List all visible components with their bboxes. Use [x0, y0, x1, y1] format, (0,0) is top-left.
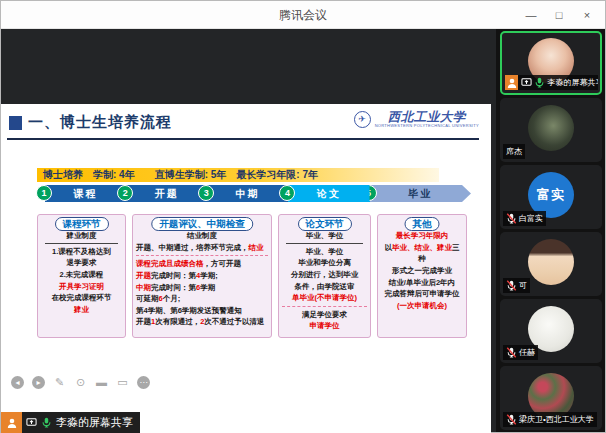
stage-box-line: 退学要求	[41, 257, 122, 269]
stage-box-line: 毕业、学位	[286, 230, 363, 244]
stage-box-line: 以毕业、结业、肄业三种	[381, 242, 463, 265]
stage-box-line: 开题、中期通过，培养环节完成，结业	[136, 242, 268, 257]
mic-off-icon	[506, 347, 517, 358]
participants-sidebar[interactable]: 李淼的屏幕共享席杰富实白富实可任赫梁庆卫•西北工业大学	[496, 29, 605, 432]
avatar	[528, 239, 574, 285]
maximize-button[interactable]: □	[545, 1, 573, 29]
university-logo: ✈ 西北工业大学 NORTHWESTERN POLYTECHNICAL UNIV…	[354, 110, 479, 128]
participant-badge-row: 席杰	[503, 144, 525, 159]
step-label: 毕业	[408, 187, 432, 201]
stage-box-title: 论文环节	[298, 217, 352, 231]
participant-badge-row: 梁庆卫•西北工业大学	[503, 412, 597, 427]
participant-name: 任赫	[519, 347, 535, 358]
stage-box: 开题评议、中期检查结业制度开题、中期通过，培养环节完成，结业课程完成且成绩合格，…	[132, 214, 272, 338]
presenter-toolbar: ◂▸✎⊙▬▭⋯	[11, 376, 150, 389]
screen-share-icon	[521, 77, 532, 88]
shared-screen-area: 一、博士生培养流程 ✈ 西北工业大学 NORTHWESTERN POLYTECH…	[1, 29, 498, 432]
participant-tile[interactable]: 任赫	[500, 299, 602, 363]
participant-name-badge: 李淼的屏幕共享	[518, 75, 598, 90]
stage-box: 其他最长学习年限内以毕业、结业、肄业三种形式之一完成学业结业/单毕业后2年内完成…	[377, 214, 467, 338]
stage-box-line: 2.未完成课程	[41, 269, 122, 281]
university-emblem-icon: ✈	[354, 111, 371, 128]
step-label: 论文	[317, 187, 341, 201]
participant-name-badge: 任赫	[503, 345, 538, 360]
stage-box-line: 在校完成课程环节	[41, 292, 122, 304]
stage-box-line: (一次申请机会)	[381, 300, 463, 312]
stage-box-line: 分别进行，达到毕业	[282, 269, 367, 281]
next-icon[interactable]: ▸	[32, 376, 45, 389]
stage-box-body: 毕业、学位毕业、学位毕业和学位分离分别进行，达到毕业条件，由学院送审单毕业(不申…	[282, 230, 367, 332]
participant-name: 白富实	[519, 213, 543, 224]
laser-icon[interactable]: ⊙	[74, 376, 87, 389]
heading-divider	[7, 138, 479, 140]
stage-box-line: 结业/单毕业后2年内	[381, 277, 463, 289]
meeting-window: 腾讯会议 — □ × 一、博士生培养流程 ✈ 西北工业大学 NORTHWESTE…	[0, 0, 606, 433]
participant-name-badge: 白富实	[503, 211, 546, 226]
stage-box: 论文环节毕业、学位毕业、学位毕业和学位分离分别进行，达到毕业条件，由学院送审单毕…	[278, 214, 371, 338]
close-button[interactable]: ×	[573, 1, 601, 29]
share-label-text: 李淼的屏幕共享	[56, 415, 133, 430]
participant-tile[interactable]: 可	[500, 232, 602, 296]
stage-box-line: 单毕业(不申请学位)	[282, 292, 367, 307]
step-number-icon: 1	[36, 185, 52, 201]
participant-name-badge: 梁庆卫•西北工业大学	[503, 412, 597, 427]
process-step: 5毕业	[370, 185, 471, 202]
step-label: 中期	[236, 187, 260, 201]
stage-box-line: 中期完成时间：第6学期	[136, 282, 268, 294]
share-status-bar: 李淼的屏幕共享	[22, 412, 140, 433]
stage-box-line: 结业制度	[136, 230, 268, 242]
stage-box-line: 开具学习证明	[41, 281, 122, 293]
comment-icon[interactable]: ▭	[116, 376, 129, 389]
avatar	[528, 105, 574, 151]
process-step: 1课程	[45, 185, 126, 202]
mic-off-icon	[506, 414, 517, 425]
step-number-icon: 2	[117, 185, 133, 201]
university-name-en: NORTHWESTERN POLYTECHNICAL UNIVERSITY	[375, 123, 479, 128]
stage-box-line: 肄业制度	[45, 230, 118, 244]
stage-boxes: 课程环节肄业制度1.课程不及格达到退学要求2.未完成课程开具学习证明在校完成课程…	[37, 214, 467, 338]
step-label: 课程	[74, 187, 98, 201]
stage-box-body: 结业制度开题、中期通过，培养环节完成，结业课程完成且成绩合格，方可开题开题完成时…	[136, 230, 268, 328]
presenter-icon	[1, 412, 22, 433]
participant-name: 梁庆卫•西北工业大学	[519, 414, 594, 425]
step-number-icon: 3	[198, 185, 214, 201]
participant-name: 李淼的屏幕共享	[547, 77, 598, 88]
stage-box-line: 可延期6个月;	[136, 293, 268, 305]
mic-on-icon	[534, 77, 545, 88]
slide-heading: 一、博士生培养流程	[9, 113, 172, 132]
participant-tile[interactable]: 席杰	[500, 98, 602, 162]
prev-icon[interactable]: ◂	[11, 376, 24, 389]
stage-box-line: 课程完成且成绩合格，方可开题	[136, 258, 268, 270]
mic-off-icon	[506, 280, 517, 291]
shared-slide: 一、博士生培养流程 ✈ 西北工业大学 NORTHWESTERN POLYTECH…	[1, 104, 491, 433]
mic-off-icon	[506, 213, 517, 224]
stage-box-body: 肄业制度1.课程不及格达到退学要求2.未完成课程开具学习证明在校完成课程环节肄业	[41, 230, 122, 315]
stage-box-line: 肄业	[41, 304, 122, 316]
participant-name: 可	[519, 280, 527, 291]
participant-badge-row: 可	[503, 278, 530, 293]
participant-badge-row: 任赫	[503, 345, 538, 360]
stage-box-line: 毕业和学位分离	[282, 257, 367, 269]
more-icon[interactable]: ⋯	[137, 376, 150, 389]
duration-info-bar: 博士培养 学制: 4年 直博生学制: 5年 最长学习年限: 7年	[37, 168, 439, 182]
process-step: 2开题	[126, 185, 207, 202]
screen-share-status: 李淼的屏幕共享	[1, 412, 140, 433]
stage-box-body: 最长学习年限内以毕业、结业、肄业三种形式之一完成学业结业/单毕业后2年内完成答辩…	[381, 230, 463, 311]
participant-tile[interactable]: 梁庆卫•西北工业大学	[500, 366, 602, 430]
stage-box-line: 条件，由学院送审	[282, 281, 367, 293]
minimize-button[interactable]: —	[517, 1, 545, 29]
stage-box-line: 开题1次有限通过，2次不通过予以清退	[136, 316, 268, 328]
participant-name-badge: 席杰	[503, 144, 525, 159]
process-steps: 1课程2开题3中期4论文5毕业	[45, 185, 471, 202]
stage-box-title: 其他	[405, 217, 440, 231]
app-title: 腾讯会议	[1, 1, 605, 29]
camera-icon[interactable]: ▬	[95, 376, 108, 389]
heading-square-icon	[9, 116, 22, 130]
pen-icon[interactable]: ✎	[53, 376, 66, 389]
window-controls: — □ ×	[517, 1, 601, 29]
mic-on-icon	[41, 417, 52, 428]
participant-badge-row: 白富实	[503, 211, 546, 226]
step-number-icon: 4	[279, 185, 295, 201]
participant-tile[interactable]: 富实白富实	[500, 165, 602, 229]
participant-tile[interactable]: 李淼的屏幕共享	[500, 31, 602, 95]
